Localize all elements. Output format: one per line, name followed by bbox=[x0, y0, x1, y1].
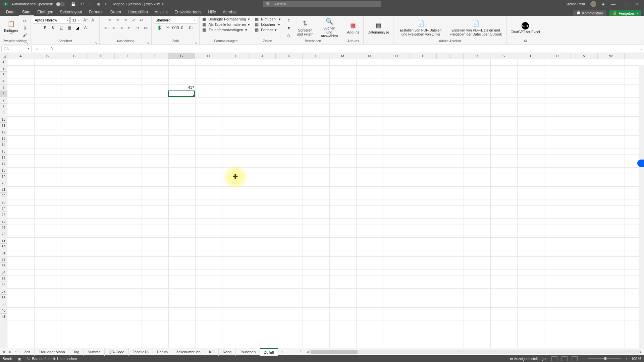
col-header-T[interactable]: T bbox=[517, 53, 544, 59]
autosum-icon[interactable]: Σ bbox=[285, 17, 292, 24]
dialog-launcher-icon[interactable]: ↘ bbox=[195, 41, 197, 45]
camera-icon[interactable]: ▣ bbox=[97, 2, 100, 6]
increase-indent-icon[interactable]: ⇥ bbox=[134, 24, 141, 31]
accessibility-status[interactable]: ⛉ Barrierefreiheit: Untersuchen bbox=[27, 357, 77, 361]
decrease-indent-icon[interactable]: ⇤ bbox=[126, 24, 133, 31]
wrap-text-icon[interactable]: ↩ bbox=[138, 17, 145, 23]
row-header-37[interactable]: 37 bbox=[0, 288, 7, 295]
bold-button[interactable]: F bbox=[41, 24, 49, 31]
row-header-9[interactable]: 9 bbox=[0, 110, 7, 116]
cells-area[interactable]: 417 ✚ bbox=[7, 59, 644, 348]
row-header-35[interactable]: 35 bbox=[0, 276, 7, 282]
sheet-tab-zufall[interactable]: Zufall bbox=[260, 348, 278, 356]
row-header-32[interactable]: 32 bbox=[0, 256, 7, 263]
pdf-links-button[interactable]: 📄 Erstellen von PDF-Dateien und Freigebe… bbox=[395, 19, 446, 37]
side-panel-icon[interactable] bbox=[637, 160, 644, 167]
underline-button[interactable]: U bbox=[57, 24, 65, 31]
col-header-R[interactable]: R bbox=[464, 53, 490, 59]
row-header-25[interactable]: 25 bbox=[0, 212, 7, 218]
row-header-36[interactable]: 36 bbox=[0, 282, 7, 288]
page-break-view-icon[interactable] bbox=[572, 356, 578, 361]
menu-tab-daten[interactable]: Daten bbox=[107, 9, 124, 16]
normal-view-icon[interactable] bbox=[551, 356, 557, 361]
fx-icon[interactable]: fx bbox=[49, 47, 55, 51]
autosave-switch[interactable] bbox=[56, 2, 65, 6]
sheet-tab-summe[interactable]: Summe bbox=[84, 348, 105, 356]
chevron-down-icon[interactable]: ▾ bbox=[162, 2, 164, 6]
row-header-1[interactable]: 1 bbox=[0, 59, 7, 65]
row-header-34[interactable]: 34 bbox=[0, 269, 7, 276]
align-right-icon[interactable]: ≡ bbox=[118, 24, 125, 31]
data-analysis-button[interactable]: ▦ Datenanalyse bbox=[366, 21, 391, 35]
row-header-6[interactable]: 6 bbox=[0, 91, 7, 97]
col-header-S[interactable]: S bbox=[490, 53, 517, 59]
name-box[interactable]: G6 ▾ bbox=[1, 46, 32, 52]
sheet-tab-tabelle18[interactable]: Tabelle18 bbox=[129, 348, 153, 356]
number-format-combo[interactable]: Standard▾ bbox=[154, 17, 197, 23]
sheet-tab-rang[interactable]: Rang bbox=[219, 348, 236, 356]
share-button[interactable]: 🔓 Freigeben ▾ bbox=[609, 10, 641, 16]
row-header-14[interactable]: 14 bbox=[0, 142, 7, 148]
row-header-20[interactable]: 20 bbox=[0, 180, 7, 186]
enter-icon[interactable]: ✓ bbox=[42, 47, 48, 51]
page-layout-view-icon[interactable] bbox=[561, 356, 568, 361]
row-header-13[interactable]: 13 bbox=[0, 135, 7, 142]
row-header-18[interactable]: 18 bbox=[0, 167, 7, 174]
menu-tab-entwicklertools[interactable]: Entwicklertools bbox=[171, 9, 205, 16]
menu-tab-formeln[interactable]: Formeln bbox=[86, 9, 107, 16]
pdf-outlook-button[interactable]: 📄 Erstellen von PDF-Dateien und Freigebe… bbox=[447, 19, 504, 37]
menu-tab-überprüfen[interactable]: Überprüfen bbox=[124, 9, 151, 16]
row-header-10[interactable]: 10 bbox=[0, 116, 7, 123]
col-header-J[interactable]: J bbox=[249, 53, 276, 59]
avatar[interactable] bbox=[590, 1, 596, 7]
paste-button[interactable]: 📋 Einfügen ▾ bbox=[2, 19, 20, 36]
col-header-I[interactable]: I bbox=[222, 53, 249, 59]
row-header-39[interactable]: 39 bbox=[0, 301, 7, 307]
cell-styles-button[interactable]: ▦Zellenformatvorlagen ▾ bbox=[202, 27, 247, 32]
col-header-C[interactable]: C bbox=[61, 53, 88, 59]
qat-more-icon[interactable]: ▾ bbox=[105, 2, 107, 6]
row-header-27[interactable]: 27 bbox=[0, 225, 7, 231]
increase-font-icon[interactable]: A↑ bbox=[82, 17, 89, 23]
vertical-scrollbar[interactable] bbox=[639, 65, 644, 348]
addins-button[interactable]: ▦ Add-Ins bbox=[345, 21, 361, 35]
menu-tab-datei[interactable]: Datei bbox=[3, 9, 19, 16]
diamond-icon[interactable]: ◈ bbox=[602, 2, 604, 6]
currency-icon[interactable]: 💲 bbox=[156, 24, 163, 31]
col-header-E[interactable]: E bbox=[115, 53, 142, 59]
row-header-38[interactable]: 38 bbox=[0, 295, 7, 301]
col-header-V[interactable]: V bbox=[571, 53, 598, 59]
col-header-H[interactable]: H bbox=[195, 53, 222, 59]
row-header-22[interactable]: 22 bbox=[0, 193, 7, 199]
border-icon[interactable]: ▦ bbox=[65, 24, 73, 31]
align-middle-icon[interactable]: ≡ bbox=[114, 17, 121, 23]
increase-decimal-icon[interactable]: .0→ bbox=[180, 24, 187, 31]
row-header-12[interactable]: 12 bbox=[0, 129, 7, 135]
align-center-icon[interactable]: ≡ bbox=[110, 24, 117, 31]
menu-tab-acrobat[interactable]: Acrobat bbox=[219, 9, 240, 16]
format-painter-icon[interactable]: 🖌 bbox=[21, 32, 29, 39]
menu-tab-start[interactable]: Start bbox=[19, 9, 34, 16]
format-cells-button[interactable]: ▦Format ▾ bbox=[254, 27, 277, 32]
document-name[interactable]: Mappe3 (version 1).xlsb.xlsx ▾ bbox=[113, 2, 164, 6]
redo-icon[interactable]: ↷ bbox=[89, 2, 92, 6]
display-settings-button[interactable]: ▭ Anzeigeeinstellungen bbox=[510, 357, 547, 361]
macro-record-icon[interactable]: ▣ bbox=[18, 357, 21, 361]
insert-cells-button[interactable]: ▦Einfügen ▾ bbox=[254, 17, 281, 21]
font-name-combo[interactable]: Aptos Narrow▾ bbox=[33, 17, 70, 23]
close-button[interactable]: ✕ bbox=[634, 2, 641, 7]
sheet-tab-datum[interactable]: Datum bbox=[153, 348, 172, 356]
col-header-P[interactable]: P bbox=[410, 53, 437, 59]
select-all-button[interactable] bbox=[0, 53, 7, 59]
comments-button[interactable]: 💬 Kommentare bbox=[573, 10, 606, 16]
col-header-F[interactable]: F bbox=[142, 53, 168, 59]
zoom-out-icon[interactable]: − bbox=[582, 357, 584, 361]
row-header-5[interactable]: 5 bbox=[0, 84, 7, 91]
sheet-menu-icon[interactable]: ⋯ bbox=[13, 350, 20, 354]
font-size-combo[interactable]: 11▾ bbox=[70, 17, 81, 23]
zoom-in-icon[interactable]: + bbox=[625, 357, 627, 361]
sheet-tab-zeit[interactable]: Zeit bbox=[20, 348, 35, 356]
col-header-D[interactable]: D bbox=[88, 53, 115, 59]
row-header-3[interactable]: 3 bbox=[0, 72, 7, 78]
row-header-41[interactable]: 41 bbox=[0, 314, 7, 320]
